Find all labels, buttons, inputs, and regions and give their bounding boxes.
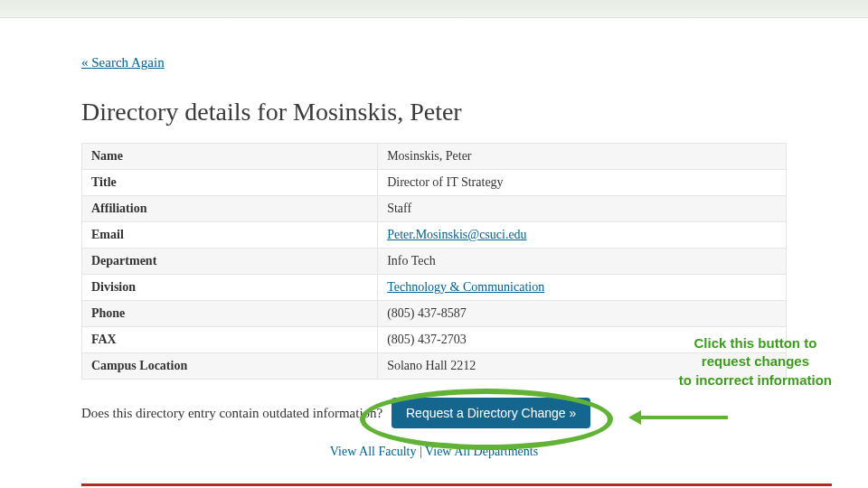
table-row: Title Director of IT Strategy — [82, 170, 787, 196]
table-row: Phone (805) 437-8587 — [82, 301, 787, 327]
label-phone: Phone — [82, 301, 378, 327]
value-name: Mosinskis, Peter — [378, 144, 787, 170]
label-division: Division — [82, 275, 378, 301]
label-email: Email — [82, 222, 378, 249]
value-department: Info Tech — [378, 249, 787, 275]
table-row: Affiliation Staff — [82, 196, 787, 222]
annotation-line: Click this button to — [679, 334, 832, 352]
search-again-link[interactable]: « Search Again — [81, 55, 165, 70]
request-change-button[interactable]: Request a Directory Change » — [392, 398, 590, 428]
prompt-row: Does this directory entry contain outdat… — [81, 398, 787, 428]
label-name: Name — [82, 144, 378, 170]
label-department: Department — [82, 249, 378, 275]
annotation-line: request changes — [679, 352, 832, 371]
table-row: Division Technology & Communication — [82, 275, 787, 301]
search-again-text: Search Again — [91, 55, 164, 70]
bottom-links: View All Faculty | View All Departments — [81, 445, 787, 459]
view-all-faculty-link[interactable]: View All Faculty — [330, 445, 417, 458]
table-row: Email Peter.Mosinskis@csuci.edu — [82, 222, 787, 249]
top-banner — [0, 0, 868, 18]
page-title: Directory details for Mosinskis, Peter — [81, 98, 787, 127]
value-phone: (805) 437-8587 — [378, 301, 787, 327]
view-all-departments-link[interactable]: View All Departments — [425, 445, 538, 458]
annotation-line: to incorrect information — [679, 371, 832, 389]
label-affiliation: Affiliation — [82, 196, 378, 222]
label-campus: Campus Location — [82, 353, 378, 380]
value-affiliation: Staff — [378, 196, 787, 222]
table-row: Department Info Tech — [82, 249, 787, 275]
value-title: Director of IT Strategy — [378, 170, 787, 196]
label-title: Title — [82, 170, 378, 196]
footer-red-line — [81, 483, 832, 486]
annotation-text: Click this button to request changes to … — [679, 334, 832, 389]
email-link[interactable]: Peter.Mosinskis@csuci.edu — [387, 228, 526, 241]
prompt-text: Does this directory entry contain outdat… — [81, 406, 386, 420]
division-link[interactable]: Technology & Communication — [387, 280, 544, 294]
main-content: « Search Again Directory details for Mos… — [0, 18, 868, 459]
table-row: Name Mosinskis, Peter — [82, 144, 787, 170]
laquo-icon: « — [81, 55, 91, 70]
label-fax: FAX — [82, 327, 378, 353]
